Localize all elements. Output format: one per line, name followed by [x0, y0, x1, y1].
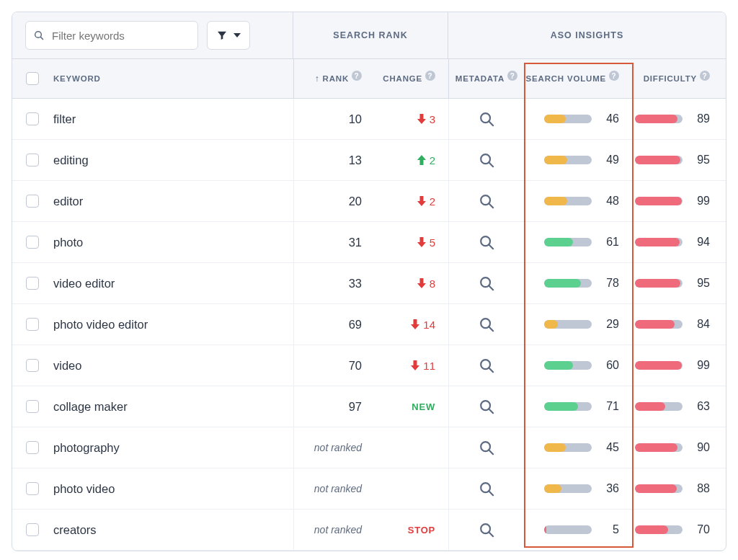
table-body: filter1034689editing1324995editor2024899…: [12, 99, 726, 551]
group-label: SEARCH RANK: [333, 30, 407, 40]
search-volume-value: 49: [602, 154, 619, 166]
row-checkbox[interactable]: [26, 441, 39, 454]
difficulty-bar: [635, 238, 683, 246]
rank-value: 70: [349, 359, 362, 373]
row-checkbox[interactable]: [26, 112, 39, 125]
metadata-search-icon[interactable]: [477, 151, 496, 169]
search-volume-value: 46: [602, 112, 619, 125]
group-header-aso-insights: ASO INSIGHTS: [448, 12, 726, 59]
rank-value: 10: [349, 112, 362, 126]
group-header-search-rank: SEARCH RANK: [293, 12, 448, 59]
rank-value: 31: [349, 236, 362, 249]
keyword-text: filter: [53, 112, 76, 126]
row-checkbox[interactable]: [26, 154, 39, 166]
svg-line-15: [489, 368, 493, 372]
table-row: creatorsnot rankedSTOP570: [12, 510, 726, 551]
arrow-down-icon: [417, 196, 426, 206]
help-icon[interactable]: ?: [352, 71, 362, 81]
keyword-text: video editor: [53, 277, 115, 290]
search-volume-value: 60: [602, 359, 619, 372]
column-header-difficulty[interactable]: DIFFICULTY ?: [632, 59, 726, 98]
column-header-keyword[interactable]: KEYWORD: [52, 59, 293, 98]
change-stop-badge: STOP: [408, 525, 435, 535]
help-icon[interactable]: ?: [507, 71, 517, 81]
rank-value: 20: [349, 195, 362, 208]
table-column-headers: KEYWORD ↑ RANK ? CHANGE ? METADATA ? SEA…: [12, 59, 726, 99]
keywords-table: SEARCH RANK ASO INSIGHTS KEYWORD ↑ RANK …: [12, 12, 726, 551]
search-volume-value: 78: [602, 277, 619, 290]
filter-area: [12, 12, 293, 59]
select-all-checkbox[interactable]: [26, 72, 39, 85]
rank-not-ranked: not ranked: [314, 483, 362, 494]
keyword-text: editor: [53, 195, 83, 208]
column-label: CHANGE: [383, 74, 422, 83]
metadata-search-icon[interactable]: [477, 397, 496, 416]
row-checkbox[interactable]: [26, 359, 39, 372]
filter-keywords-input[interactable]: [50, 29, 190, 43]
difficulty-value: 89: [693, 112, 710, 125]
change-value: 8: [430, 277, 435, 290]
row-checkbox[interactable]: [26, 236, 39, 249]
metadata-search-icon[interactable]: [477, 274, 496, 293]
search-icon: [33, 30, 45, 41]
sort-ascending-icon: ↑: [315, 74, 320, 84]
arrow-down-icon: [411, 319, 419, 329]
table-row: photo videonot ranked3688: [12, 468, 726, 510]
metadata-search-icon[interactable]: [477, 438, 496, 457]
rank-not-ranked: not ranked: [314, 442, 362, 453]
table-row: video70116099: [12, 345, 726, 386]
search-volume-bar: [544, 402, 592, 411]
metadata-search-icon[interactable]: [477, 192, 496, 210]
row-checkbox[interactable]: [26, 195, 39, 208]
keyword-text: video: [53, 359, 81, 373]
svg-line-7: [489, 203, 493, 208]
difficulty-value: 70: [693, 523, 710, 536]
metadata-search-icon[interactable]: [477, 479, 496, 498]
column-header-change[interactable]: CHANGE ?: [369, 59, 448, 98]
row-checkbox[interactable]: [26, 318, 39, 331]
difficulty-bar: [635, 115, 683, 123]
change-value: 2: [430, 195, 435, 208]
metadata-search-icon[interactable]: [477, 520, 496, 539]
difficulty-bar: [635, 525, 683, 534]
metadata-search-icon[interactable]: [477, 315, 496, 334]
search-volume-bar: [544, 238, 592, 246]
filter-dropdown-button[interactable]: [207, 21, 250, 50]
keyword-text: photography: [53, 441, 120, 455]
row-checkbox[interactable]: [26, 523, 39, 536]
rank-value: 69: [349, 318, 362, 332]
row-checkbox[interactable]: [26, 482, 39, 495]
search-volume-bar: [544, 156, 592, 164]
keyword-text: photo: [53, 236, 83, 249]
svg-line-9: [489, 244, 493, 249]
keyword-text: collage maker: [53, 400, 128, 414]
help-icon[interactable]: ?: [425, 71, 435, 81]
difficulty-value: 84: [693, 318, 710, 331]
search-volume-bar: [544, 115, 592, 123]
row-checkbox[interactable]: [26, 277, 39, 290]
filter-keywords-input-wrap[interactable]: [25, 21, 198, 50]
keyword-text: editing: [53, 154, 89, 167]
table-row: collage maker97NEW7163: [12, 386, 726, 427]
column-label: KEYWORD: [53, 74, 101, 83]
svg-line-17: [489, 409, 493, 413]
metadata-search-icon[interactable]: [477, 110, 496, 128]
funnel-icon: [216, 30, 228, 41]
column-header-metadata[interactable]: METADATA ?: [448, 59, 524, 98]
column-label: RANK: [323, 74, 349, 83]
search-volume-value: 61: [602, 236, 619, 249]
metadata-search-icon[interactable]: [477, 356, 496, 375]
column-header-search-volume[interactable]: SEARCH VOLUME ?: [524, 59, 632, 98]
difficulty-bar: [635, 156, 683, 164]
metadata-search-icon[interactable]: [477, 233, 496, 252]
help-icon[interactable]: ?: [700, 71, 710, 81]
change-value: 3: [430, 113, 435, 125]
svg-line-13: [489, 326, 493, 331]
difficulty-bar: [635, 279, 683, 288]
arrow-down-icon: [411, 360, 419, 370]
difficulty-value: 99: [693, 195, 710, 208]
change-value: 5: [430, 236, 435, 249]
column-header-rank[interactable]: ↑ RANK ?: [293, 59, 369, 98]
row-checkbox[interactable]: [26, 400, 39, 413]
help-icon[interactable]: ?: [609, 71, 619, 81]
